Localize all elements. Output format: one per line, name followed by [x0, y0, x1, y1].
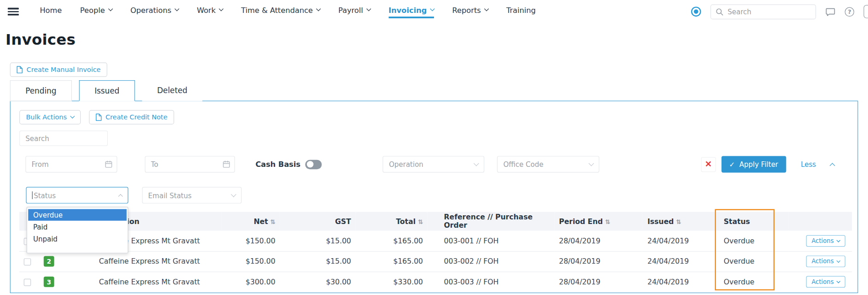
- chat-icon[interactable]: [826, 6, 836, 17]
- chevron-down-icon: [837, 279, 840, 283]
- chevron-down-icon: [219, 6, 223, 11]
- nav-item-payroll[interactable]: Payroll: [338, 5, 370, 18]
- row-checkbox[interactable]: [24, 279, 31, 286]
- header-period-end[interactable]: Period End⇅: [555, 212, 642, 231]
- cell-status: Overdue: [719, 230, 788, 251]
- status-option-overdue[interactable]: Overdue: [28, 209, 127, 221]
- row-actions-button[interactable]: Actions: [806, 276, 845, 288]
- sort-icon[interactable]: ⇅: [270, 218, 276, 225]
- sort-icon[interactable]: ⇅: [676, 218, 681, 225]
- cell-issued: 24/04/2019: [642, 230, 719, 251]
- office-code-select[interactable]: Office Code: [497, 156, 599, 172]
- row-checkbox[interactable]: [24, 258, 31, 266]
- status-option-unpaid[interactable]: Unpaid: [28, 233, 127, 245]
- page-content: Create Manual Invoice Pending Issued Del…: [0, 63, 868, 293]
- nav-item-people[interactable]: People: [80, 5, 112, 18]
- status-select[interactable]: Status Overdue Paid Unpaid: [26, 187, 128, 204]
- apply-filter-button[interactable]: ✓ Apply Filter: [721, 156, 786, 172]
- date-from-input[interactable]: [25, 156, 117, 172]
- issued-invoices-panel: Bulk Actions Create Credit Note: [10, 100, 858, 293]
- chevron-down-icon: [108, 6, 113, 11]
- cell-issued: 24/04/2019: [642, 271, 719, 292]
- cell-period-end: 28/04/2019: [555, 251, 642, 271]
- header-issued[interactable]: Issued⇅: [642, 212, 719, 231]
- create-manual-invoice-button[interactable]: Create Manual Invoice: [10, 63, 107, 77]
- cell-net: $150.00: [222, 251, 280, 271]
- cell-total: $165.00: [356, 230, 428, 251]
- sort-icon[interactable]: ⇅: [605, 218, 610, 225]
- cell-total: $165.00: [356, 251, 428, 271]
- top-nav: Home People Operations Work Time & Atten…: [0, 0, 868, 23]
- nav-item-training[interactable]: Training: [506, 5, 536, 18]
- nav-item-time-attendance[interactable]: Time & Attendance: [241, 5, 320, 18]
- cash-basis-label: Cash Basis: [255, 160, 300, 169]
- row-actions-button[interactable]: Actions: [806, 255, 845, 267]
- header-gst: GST: [280, 212, 355, 231]
- cell-period-end: 28/04/2019: [555, 230, 642, 251]
- email-status-select[interactable]: Email Status: [142, 187, 241, 204]
- invoice-search-input[interactable]: [19, 130, 108, 146]
- cash-basis-toggle[interactable]: [305, 159, 322, 169]
- chevron-down-icon: [175, 6, 179, 11]
- nav-item-invoicing[interactable]: Invoicing: [388, 5, 434, 18]
- nav-right-cluster: ?: [691, 4, 868, 19]
- status-option-paid[interactable]: Paid: [28, 221, 127, 233]
- table-header-row: Operation Net⇅ GST Total⇅ Reference // P…: [19, 212, 852, 231]
- clear-filters-button[interactable]: ✕: [701, 157, 716, 171]
- cell-operation: Caffeine Express Mt Gravatt: [94, 271, 222, 292]
- filter-row-1: Cash Basis Operation Office Code ✕ ✓ App…: [19, 156, 849, 172]
- bulk-actions-button[interactable]: Bulk Actions: [19, 110, 81, 124]
- create-credit-note-button[interactable]: Create Credit Note: [89, 110, 174, 124]
- row-actions-button[interactable]: Actions: [806, 235, 845, 247]
- operation-select[interactable]: Operation: [383, 156, 485, 172]
- cell-gst: $15.00: [280, 251, 355, 271]
- page-title: Invoices: [6, 31, 868, 48]
- status-dropdown-list: Overdue Paid Unpaid: [27, 207, 129, 254]
- collapse-filters-chevron[interactable]: [830, 161, 834, 167]
- cell-reference: 003-003 // FOH: [428, 271, 555, 292]
- date-to-field: [145, 156, 235, 172]
- cell-net: $300.00: [222, 271, 280, 292]
- header-actions-cell: [788, 212, 852, 231]
- filter-row-2: Status Overdue Paid Unpaid Email Status: [19, 187, 849, 204]
- nav-item-home[interactable]: Home: [40, 5, 62, 18]
- row-number-badge: 3: [44, 277, 54, 287]
- main-nav: Home People Operations Work Time & Atten…: [40, 5, 535, 18]
- header-reference: Reference // Purchase Order: [428, 212, 555, 231]
- cell-gst: $30.00: [280, 271, 355, 292]
- invoice-tabs: Pending Issued Deleted: [10, 80, 858, 101]
- calendar-icon: [222, 160, 230, 168]
- header-net[interactable]: Net⇅: [222, 212, 280, 231]
- less-filters-link[interactable]: Less: [801, 160, 816, 168]
- cell-net: $150.00: [222, 230, 280, 251]
- tab-deleted[interactable]: Deleted: [142, 80, 202, 101]
- apps-icon[interactable]: [863, 5, 868, 18]
- sort-icon[interactable]: ⇅: [418, 218, 423, 225]
- cell-total: $330.00: [356, 271, 428, 292]
- invoices-table-wrap: Operation Net⇅ GST Total⇅ Reference // P…: [19, 212, 849, 293]
- tab-issued[interactable]: Issued: [79, 80, 135, 101]
- chevron-down-icon: [589, 160, 594, 166]
- chevron-down-icon: [837, 259, 840, 263]
- nav-item-work[interactable]: Work: [197, 5, 223, 18]
- global-search: [710, 4, 816, 19]
- cell-operation: Caffeine Express Mt Gravatt: [94, 251, 222, 271]
- beacon-icon[interactable]: [691, 6, 701, 17]
- text-cursor: [32, 191, 33, 199]
- row-number-badge: 2: [44, 256, 54, 267]
- help-icon[interactable]: ?: [845, 7, 854, 16]
- table-row: 2 Caffeine Express Mt Gravatt $150.00 $1…: [19, 251, 852, 271]
- chevron-down-icon: [430, 6, 434, 11]
- hamburger-menu-icon[interactable]: [8, 8, 19, 15]
- global-search-input[interactable]: [710, 4, 816, 19]
- date-to-input[interactable]: [145, 156, 235, 172]
- tab-pending[interactable]: Pending: [10, 80, 72, 101]
- search-icon: [716, 7, 724, 16]
- header-total[interactable]: Total⇅: [356, 212, 428, 231]
- calendar-icon: [105, 160, 113, 168]
- chevron-down-icon: [484, 6, 489, 11]
- header-status: Status: [719, 212, 788, 231]
- nav-item-operations[interactable]: Operations: [130, 5, 179, 18]
- check-icon: ✓: [729, 160, 735, 168]
- nav-item-reports[interactable]: Reports: [452, 5, 488, 18]
